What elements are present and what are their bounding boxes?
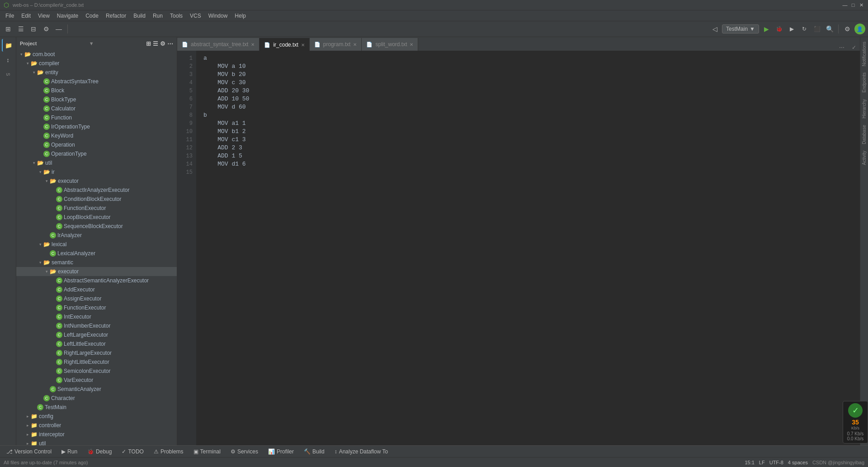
tree-item[interactable]: CTestMain — [16, 403, 177, 412]
tree-item[interactable]: CLeftLargeExecutor — [16, 330, 177, 339]
tree-item[interactable]: CFunction — [16, 113, 177, 122]
tree-item[interactable]: ▾📂com.boot — [16, 50, 177, 59]
tree-item[interactable]: CFunctionExecutor — [16, 303, 177, 312]
toolbar-expand-btn[interactable]: ⊞ — [3, 24, 14, 34]
bottom-tab-vcs[interactable]: ⎇ Version Control — [2, 448, 56, 456]
toolbar-collapse-btn[interactable]: — — [53, 24, 64, 34]
restart-btn[interactable]: ↻ — [799, 24, 810, 34]
tree-item[interactable]: CIrOperationType — [16, 122, 177, 131]
tree-item[interactable]: ▾📂entity — [16, 68, 177, 77]
tab-ast-close[interactable]: ✕ — [251, 42, 255, 47]
tree-item[interactable]: ▾📂semantic — [16, 258, 177, 267]
tree-item[interactable]: CBlock — [16, 86, 177, 95]
menu-vcs[interactable]: VCS — [186, 12, 205, 20]
bottom-tab-build[interactable]: 🔨 Build — [299, 448, 329, 456]
tab-program-close[interactable]: ✕ — [353, 42, 357, 47]
tree-item[interactable]: CBlockType — [16, 95, 177, 104]
menu-file[interactable]: File — [2, 12, 18, 20]
tree-item[interactable]: CIntExecutor — [16, 312, 177, 321]
bottom-tab-todo[interactable]: ✓ TODO — [117, 448, 148, 456]
search-btn[interactable]: 🔍 — [824, 24, 835, 34]
right-panel-activity[interactable]: Activity — [861, 148, 868, 168]
tree-item[interactable]: CSequenceBlockExecutor — [16, 222, 177, 231]
stop-btn[interactable]: ⬛ — [811, 24, 822, 34]
menu-run[interactable]: Run — [149, 12, 166, 20]
run-btn[interactable]: ▶ — [761, 24, 772, 34]
toolbar-settings-btn[interactable]: ⚙ — [41, 24, 52, 34]
bottom-tab-run[interactable]: ▶ Run — [57, 448, 82, 456]
tree-item[interactable]: ▾📂util — [16, 158, 177, 167]
close-button[interactable]: ✕ — [858, 2, 864, 8]
tree-item[interactable]: ▸📁config — [16, 412, 177, 421]
bottom-tab-analyze[interactable]: ↕ Analyze Dataflow To — [330, 448, 393, 456]
tree-item[interactable]: CIntNumberExecutor — [16, 321, 177, 330]
menu-refactor[interactable]: Refactor — [102, 12, 130, 20]
right-panel-database[interactable]: Database — [861, 122, 868, 147]
tree-item[interactable]: CFunctionExecutor — [16, 204, 177, 213]
status-spaces[interactable]: 4 spaces — [788, 460, 808, 465]
menu-help[interactable]: Help — [231, 12, 250, 20]
menu-code[interactable]: Code — [82, 12, 102, 20]
tree-item[interactable]: CLexicalAnalyzer — [16, 249, 177, 258]
tree-item[interactable]: CCalculator — [16, 104, 177, 113]
bottom-tab-terminal[interactable]: ▣ Terminal — [189, 448, 225, 456]
tab-ast[interactable]: 📄 abstract_syntax_tree.txt ✕ — [177, 38, 259, 51]
tree-item[interactable]: CIrAnalyzer — [16, 231, 177, 240]
menu-tools[interactable]: Tools — [166, 12, 186, 20]
tab-ir[interactable]: 📄 ir_code.txt ✕ — [259, 38, 309, 51]
activity-commit-icon[interactable]: ↕ — [2, 53, 14, 66]
settings-btn2[interactable]: ⚙ — [842, 24, 853, 34]
tab-ir-close[interactable]: ✕ — [301, 43, 305, 48]
code-area[interactable]: a MOV a 10 MOV b 20 MOV c 30 ADD 20 30 A… — [196, 51, 860, 445]
tree-item[interactable]: ▸📁interceptor — [16, 430, 177, 439]
tree-item[interactable]: CKeyWord — [16, 131, 177, 140]
tree-item[interactable]: ▾📂lexical — [16, 240, 177, 249]
tabs-more-btn[interactable]: ⋯ — [835, 44, 848, 51]
tree-item[interactable]: CConditionBlockExecutor — [16, 195, 177, 204]
tree-item[interactable]: CLeftLittleExecutor — [16, 339, 177, 348]
back-btn[interactable]: ◁ — [709, 24, 720, 34]
bottom-tab-profiler[interactable]: 📊 Profiler — [264, 448, 298, 456]
tree-item[interactable]: CAddExecutor — [16, 285, 177, 294]
tree-item[interactable]: ▾📂executor — [16, 267, 177, 276]
status-lf[interactable]: LF — [759, 460, 765, 465]
tree-item[interactable]: CAbstractSemanticAnalyzerExecutor — [16, 276, 177, 285]
sidebar-expand-icon[interactable]: ⊞ — [146, 40, 151, 47]
menu-navigate[interactable]: Navigate — [53, 12, 82, 20]
sidebar-filter-icon[interactable]: ⚙ — [160, 40, 165, 47]
minimize-button[interactable]: — — [842, 2, 848, 8]
tree-item[interactable]: CAbstractSyntaxTree — [16, 77, 177, 86]
bottom-tab-debug[interactable]: 🐞 Debug — [83, 448, 116, 456]
run-coverage-btn[interactable]: ▶ — [786, 24, 797, 34]
status-position[interactable]: 15:1 — [745, 460, 754, 465]
tree-item[interactable]: ▾📂compiler — [16, 59, 177, 68]
right-panel-notifications[interactable]: Notifications — [861, 39, 868, 69]
menu-window[interactable]: Window — [205, 12, 231, 20]
tree-item[interactable]: ▾📂executor — [16, 176, 177, 186]
tree-item[interactable]: CVarExecutor — [16, 376, 177, 385]
activity-structure-icon[interactable]: S — [2, 68, 14, 81]
maximize-button[interactable]: □ — [850, 2, 856, 8]
status-encoding[interactable]: UTF-8 — [769, 460, 783, 465]
sidebar-collapse-icon[interactable]: ☰ — [153, 40, 158, 47]
tree-item[interactable]: CRightLargeExecutor — [16, 348, 177, 357]
tree-item[interactable]: CSemicolonExecutor — [16, 367, 177, 376]
tree-item[interactable]: COperationType — [16, 149, 177, 158]
bottom-tab-problems[interactable]: ⚠ Problems — [149, 448, 188, 456]
tab-split-close[interactable]: ✕ — [410, 42, 413, 47]
right-panel-hierarchy[interactable]: Hierarchy — [861, 96, 868, 121]
menu-view[interactable]: View — [34, 12, 53, 20]
run-config-selector[interactable]: TestMain ▼ — [722, 24, 759, 33]
toolbar-list-btn[interactable]: ☰ — [15, 24, 26, 34]
tab-program[interactable]: 📄 program.txt ✕ — [310, 38, 362, 51]
activity-project-icon[interactable]: 📁 — [2, 39, 14, 52]
debug-btn[interactable]: 🐞 — [774, 24, 784, 34]
menu-build[interactable]: Build — [130, 12, 149, 20]
right-panel-endpoints[interactable]: Endpoints — [861, 70, 868, 95]
tree-item[interactable]: CRightLittleExecutor — [16, 357, 177, 367]
avatar[interactable]: 👤 — [854, 24, 865, 34]
bottom-tab-services[interactable]: ⚙ Services — [226, 448, 263, 456]
toolbar-group-btn[interactable]: ⊟ — [28, 24, 39, 34]
tree-item[interactable]: CLoopBlockExecutor — [16, 213, 177, 222]
tree-item[interactable]: COperation — [16, 140, 177, 149]
